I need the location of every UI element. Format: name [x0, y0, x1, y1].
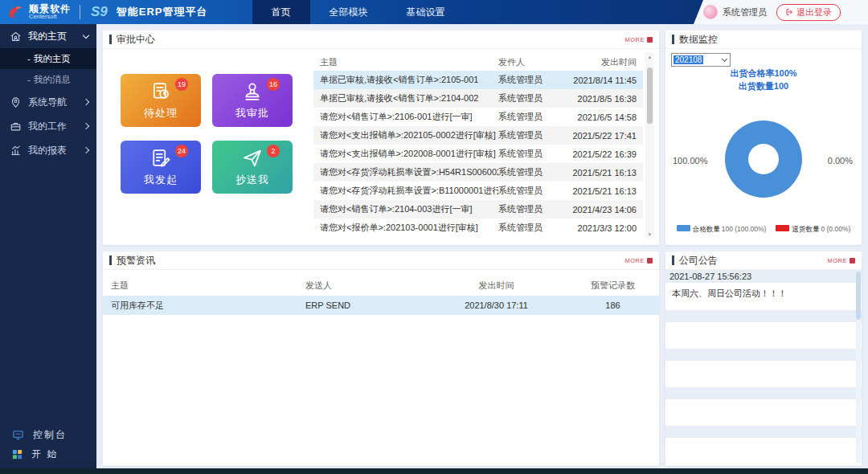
- approval-time: 2021/5/21 16:13: [564, 168, 643, 178]
- nav-item-0[interactable]: 首页: [252, 0, 310, 24]
- legend-value: 100 (100.00%): [722, 225, 767, 233]
- approval-more-link[interactable]: MORE: [625, 36, 653, 43]
- announcement-blank: [665, 399, 862, 426]
- announcement-stripe: [665, 310, 862, 322]
- product-name: 智能ERP管理平台: [117, 5, 208, 19]
- approval-row[interactable]: 单据已审核,请接收<销售订单>:2104-002系统管理员2021/8/5 16…: [313, 89, 643, 108]
- tile-label: 抄送我: [235, 173, 269, 187]
- announcements-more-link[interactable]: MORE: [828, 257, 856, 264]
- announcement-stripe: [665, 349, 862, 361]
- tile-0[interactable]: 待处理19: [121, 74, 201, 127]
- approval-row[interactable]: 请您对<存货浮动耗损率设置>:B11000001进行[审核]系统管理员2021/…: [313, 182, 643, 200]
- announcement-text[interactable]: 本周六、周日公司活动！！！: [665, 283, 862, 310]
- approval-sender: 系统管理员: [498, 129, 564, 141]
- tile-badge: 19: [175, 78, 188, 91]
- nav-item-2[interactable]: 基础设置: [387, 0, 465, 24]
- approval-time: 2021/8/5 16:38: [564, 94, 643, 104]
- column-header: 发送人: [305, 280, 426, 292]
- donut-left-label: 100.00%: [673, 156, 707, 165]
- announcements-scrollbar[interactable]: [856, 272, 861, 463]
- approval-sender: 系统管理员: [498, 111, 564, 123]
- tile-3[interactable]: 抄送我2: [212, 141, 293, 194]
- compose-icon: [149, 147, 172, 170]
- approval-sender: 系统管理员: [498, 92, 564, 104]
- announcements-title: 公司公告: [679, 254, 828, 268]
- legend-item-0[interactable]: 合格数量100 (100.00%): [677, 225, 767, 235]
- announcement-date: 2021-08-27 15:56:23: [665, 270, 862, 283]
- company-logo-icon: [6, 3, 24, 21]
- sidebar-footer-1[interactable]: 开 始: [0, 444, 96, 464]
- tile-badge: 16: [267, 78, 280, 91]
- logo-divider: [80, 5, 80, 19]
- announcement-stripe: [665, 387, 862, 399]
- data-monitor-panel: 数据监控 202108 出货合格率100% 出货数量100 100.00% 0.…: [665, 31, 862, 245]
- approval-row[interactable]: 请您对<支出报销单>:202008-0001进行[审核]系统管理员2021/5/…: [313, 145, 643, 163]
- legend-item-1[interactable]: 退货数量0 (0.00%): [776, 225, 850, 235]
- more-icon: [850, 258, 855, 264]
- alert-row[interactable]: 可用库存不足ERP SEND2021/8/30 17:11186: [103, 296, 659, 315]
- sidebar-subitem-0-1[interactable]: 我的消息: [0, 69, 96, 90]
- alerts-more-link[interactable]: MORE: [625, 257, 653, 264]
- tile-2[interactable]: 我发起24: [121, 141, 201, 194]
- approval-scrollbar[interactable]: ▲ ▼: [645, 53, 654, 239]
- sidebar-footer-label: 控制台: [33, 428, 67, 442]
- home-icon: [10, 31, 22, 43]
- scroll-up-icon[interactable]: ▲: [648, 53, 653, 61]
- tile-label: 我审批: [235, 106, 269, 121]
- sidebar-item-label: 我的报表: [28, 144, 77, 157]
- chart-legend: 合格数量100 (100.00%)退货数量0 (0.00%): [665, 225, 862, 235]
- approval-sender: 系统管理员: [498, 166, 564, 178]
- approval-time: 2021/6/5 14:58: [564, 112, 643, 122]
- tile-label: 我发起: [144, 173, 178, 187]
- sidebar-item-0[interactable]: 我的主页: [0, 24, 96, 48]
- chevron-right-icon: [83, 147, 89, 153]
- tile-label: 待处理: [144, 106, 178, 121]
- sidebar-item-label: 系统导航: [28, 96, 77, 109]
- column-header: 预警记录数: [567, 280, 659, 292]
- sidebar-item-1[interactable]: 系统导航: [0, 90, 96, 114]
- tile-1[interactable]: 我审批16: [212, 74, 293, 127]
- todo-icon: [149, 80, 172, 103]
- pass-rate-text: 出货合格率100%: [665, 67, 862, 80]
- chevron-down-icon: [83, 31, 89, 38]
- announcement-list: 2021-08-27 15:56:23本周六、周日公司活动！！！: [665, 270, 862, 464]
- approval-row[interactable]: 请您对<销售订单>:2104-003进行[一审]系统管理员2021/4/23 1…: [313, 200, 643, 219]
- scroll-thumb[interactable]: [647, 67, 653, 124]
- approval-row[interactable]: 请您对<销售订单>:2106-001进行[一审]系统管理员2021/6/5 14…: [313, 108, 643, 126]
- approval-time: 2021/5/21 16:13: [564, 186, 643, 196]
- start-icon: [11, 448, 23, 460]
- sidebar-item-3[interactable]: 我的报表: [0, 138, 96, 162]
- user-avatar: [703, 5, 718, 19]
- approval-subject: 请您对<支出报销单>:202008-0001进行[审核]: [313, 148, 498, 160]
- sidebar-subitem-0-0[interactable]: 我的主页: [0, 48, 96, 69]
- more-icon: [647, 37, 653, 43]
- chevron-right-icon: [83, 123, 89, 129]
- approval-row[interactable]: 请您对<支出报销单>:202105-0002进行[审核]系统管理员2021/5/…: [313, 126, 643, 145]
- approval-row[interactable]: 单据已审核,请接收<销售订单>:2105-001系统管理员2021/8/14 1…: [313, 71, 643, 89]
- period-select[interactable]: 202108: [671, 53, 731, 67]
- legend-value: 0 (0.00%): [821, 225, 850, 233]
- alert-cell: 2021/8/30 17:11: [426, 300, 567, 310]
- sidebar-item-2[interactable]: 我的工作: [0, 114, 96, 138]
- period-value: 202108: [674, 55, 703, 64]
- approval-table-header: 主题发件人发出时间: [313, 53, 643, 71]
- app-root: 顺景软件 Centersoft S9 智能ERP管理平台 首页全部模块基础设置 …: [0, 0, 868, 474]
- sidebar-footer-0[interactable]: 控制台: [0, 425, 96, 444]
- tile-badge: 24: [175, 145, 188, 157]
- approval-sender: 系统管理员: [498, 148, 564, 160]
- user-name: 系统管理员: [723, 6, 767, 18]
- approval-center-panel: 审批中心 MORE 待处理19我审批16我发起24抄送我2 主题发件人发出时间单…: [103, 31, 659, 245]
- approval-row[interactable]: 请您对<报价单>:202103-0001进行[审核]系统管理员2021/3/3 …: [313, 219, 643, 237]
- scroll-down-icon[interactable]: ▼: [648, 231, 653, 239]
- logout-button[interactable]: 退出登录: [776, 4, 841, 21]
- donut-ring[interactable]: [725, 121, 802, 198]
- approval-subject: 单据已审核,请接收<销售订单>:2105-001: [313, 74, 498, 86]
- topbar-wedge: 系统管理员 退出登录: [703, 0, 868, 24]
- briefcase-icon: [10, 121, 22, 133]
- nav-item-1[interactable]: 全部模块: [310, 0, 387, 24]
- tile-badge: 2: [267, 145, 280, 157]
- chart-icon: [10, 145, 22, 157]
- company-name-en: Centersoft: [29, 14, 71, 20]
- topbar-right: 17:28 星期一 2021年8月30日 系统管理员 退出登录: [764, 0, 868, 24]
- approval-row[interactable]: 请您对<存货浮动耗损率设置>:H54R1S006002进行[审核]系统管理员20…: [313, 163, 643, 182]
